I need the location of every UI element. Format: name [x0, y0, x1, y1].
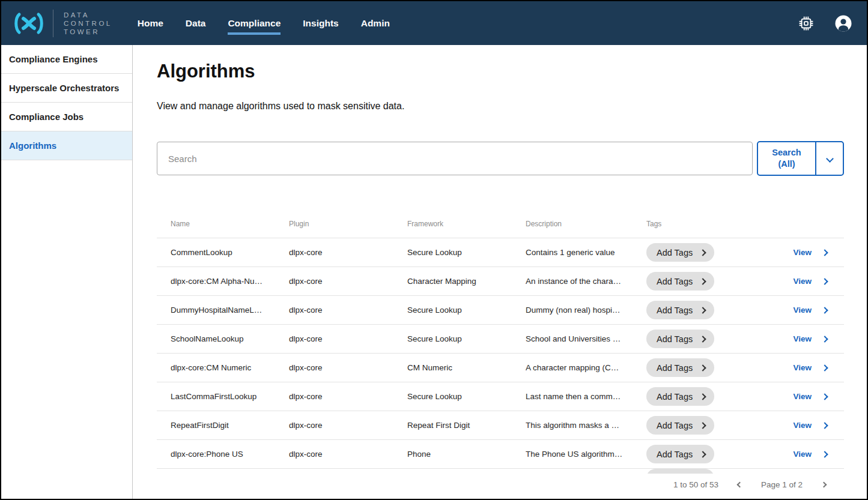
add-tags-button[interactable]: Add Tags: [646, 243, 714, 262]
cell-framework: Phone: [407, 450, 526, 459]
pagination-bar: 1 to 50 of 53 Page 1 of 2: [157, 474, 844, 489]
cell-tags: Add Tags: [646, 445, 757, 463]
search-all-button[interactable]: Search (All): [758, 142, 815, 175]
view-link[interactable]: View: [793, 277, 812, 286]
cell-plugin: dlpx-core: [289, 363, 407, 372]
app-window: DATA CONTROL TOWER Home Data Compliance …: [0, 0, 868, 500]
view-link[interactable]: View: [793, 421, 812, 430]
cell-name: dlpx-core:CM Numeric: [171, 363, 289, 372]
search-split-button: Search (All): [757, 141, 844, 176]
cell-plugin: dlpx-core: [289, 334, 407, 343]
view-link[interactable]: View: [793, 334, 812, 343]
chevron-right-icon: [821, 422, 828, 429]
table-row-clipped: Add Tags: [157, 469, 844, 474]
chevron-right-icon: [821, 364, 828, 371]
cell-tags: Add Tags: [646, 243, 757, 262]
top-navigation-bar: DATA CONTROL TOWER Home Data Compliance …: [1, 1, 867, 45]
cell-view: View: [757, 306, 844, 315]
cell-tags: Add Tags: [646, 416, 757, 435]
add-tags-button[interactable]: Add Tags: [646, 330, 714, 348]
add-tags-button[interactable]: Add Tags: [646, 445, 714, 463]
pagination-page: Page 1 of 2: [761, 480, 803, 489]
cell-name: RepeatFirstDigit: [171, 421, 289, 430]
table-row: CommentLookup dlpx-core Secure Lookup Co…: [157, 238, 844, 267]
chevron-right-icon: [700, 451, 706, 457]
add-tags-button[interactable]: Add Tags: [646, 301, 714, 319]
view-link[interactable]: View: [793, 306, 812, 315]
cell-tags: Add Tags: [646, 469, 757, 474]
cell-plugin: dlpx-core: [289, 248, 407, 257]
view-link[interactable]: View: [793, 450, 812, 459]
cell-tags: Add Tags: [646, 301, 757, 319]
nav-item-compliance[interactable]: Compliance: [228, 12, 281, 35]
cell-plugin: dlpx-core: [289, 306, 407, 315]
column-header-plugin: Plugin: [289, 220, 407, 228]
main-nav: Home Data Compliance Insights Admin: [138, 1, 390, 45]
cell-view: View: [757, 248, 844, 257]
chevron-right-icon: [821, 451, 828, 457]
cell-view: View: [757, 363, 844, 372]
previous-page-icon[interactable]: [738, 483, 742, 487]
nav-item-home[interactable]: Home: [138, 12, 163, 35]
cell-framework: Secure Lookup: [407, 392, 526, 401]
brand-logo: DATA CONTROL TOWER: [13, 10, 112, 37]
cell-tags: Add Tags: [646, 387, 757, 406]
main-area: Compliance Engines Hyperscale Orchestrat…: [1, 45, 867, 499]
view-link[interactable]: View: [793, 363, 812, 372]
sidebar-item-compliance-jobs[interactable]: Compliance Jobs: [1, 103, 132, 131]
cell-description: Contains 1 generic value: [526, 248, 646, 257]
table-row: LastCommaFirstLookup dlpx-core Secure Lo…: [157, 382, 844, 411]
sidebar-item-hyperscale-orchestrators[interactable]: Hyperscale Orchestrators: [1, 74, 132, 103]
sidebar-item-algorithms[interactable]: Algorithms: [1, 131, 132, 160]
cell-description: Dummy (non real) hospi…: [526, 306, 646, 315]
integrations-chip-icon[interactable]: [798, 16, 814, 31]
chevron-right-icon: [700, 364, 706, 371]
cell-view: View: [757, 277, 844, 286]
cell-description: This algorithm masks a …: [526, 421, 646, 430]
add-tags-button[interactable]: Add Tags: [646, 416, 714, 435]
add-tags-button[interactable]: Add Tags: [646, 272, 714, 291]
chevron-down-icon: [826, 155, 834, 163]
pagination-range: 1 to 50 of 53: [673, 480, 718, 489]
nav-item-admin[interactable]: Admin: [361, 12, 390, 35]
chevron-right-icon: [700, 422, 706, 429]
user-account-icon[interactable]: [834, 14, 852, 32]
nav-item-insights[interactable]: Insights: [303, 12, 338, 35]
cell-name: dlpx-core:CM Alpha-Nu…: [171, 277, 289, 286]
table-row: dlpx-core:CM Numeric dlpx-core CM Numeri…: [157, 354, 844, 382]
column-header-framework: Framework: [407, 220, 526, 228]
add-tags-button[interactable]: Add Tags: [646, 387, 714, 406]
view-link[interactable]: View: [793, 392, 812, 401]
chevron-right-icon: [821, 393, 828, 400]
cell-plugin: dlpx-core: [289, 421, 407, 430]
next-page-icon[interactable]: [822, 483, 826, 487]
cell-description: An instance of the chara…: [526, 277, 646, 286]
chevron-right-icon: [821, 307, 828, 313]
search-options-dropdown[interactable]: [815, 142, 843, 175]
column-header-tags: Tags: [646, 220, 757, 228]
cell-view: View: [757, 392, 844, 401]
cell-plugin: dlpx-core: [289, 392, 407, 401]
table-row: SchoolNameLookup dlpx-core Secure Lookup…: [157, 325, 844, 354]
cell-name: LastCommaFirstLookup: [171, 392, 289, 401]
cell-view: View: [757, 450, 844, 459]
search-input[interactable]: [157, 142, 753, 175]
cell-description: Last name then a comm…: [526, 392, 646, 401]
sidebar-item-compliance-engines[interactable]: Compliance Engines: [1, 45, 132, 74]
topbar-actions: [798, 14, 852, 32]
cell-tags: Add Tags: [646, 330, 757, 348]
chevron-right-icon: [700, 278, 706, 285]
chevron-right-icon: [821, 336, 828, 342]
add-tags-button[interactable]: Add Tags: [646, 358, 714, 377]
add-tags-button[interactable]: Add Tags: [646, 469, 714, 474]
chevron-right-icon: [700, 336, 706, 342]
table-header-row: Name Plugin Framework Description Tags: [157, 209, 844, 238]
view-link[interactable]: View: [793, 248, 812, 257]
cell-name: DummyHospitalNameL…: [171, 306, 289, 315]
nav-item-data[interactable]: Data: [186, 12, 206, 35]
cell-plugin: dlpx-core: [289, 450, 407, 459]
chevron-right-icon: [700, 249, 706, 256]
cell-name: CommentLookup: [171, 248, 289, 257]
chevron-right-icon: [821, 249, 828, 256]
table-row: dlpx-core:Phone US dlpx-core Phone The P…: [157, 440, 844, 469]
